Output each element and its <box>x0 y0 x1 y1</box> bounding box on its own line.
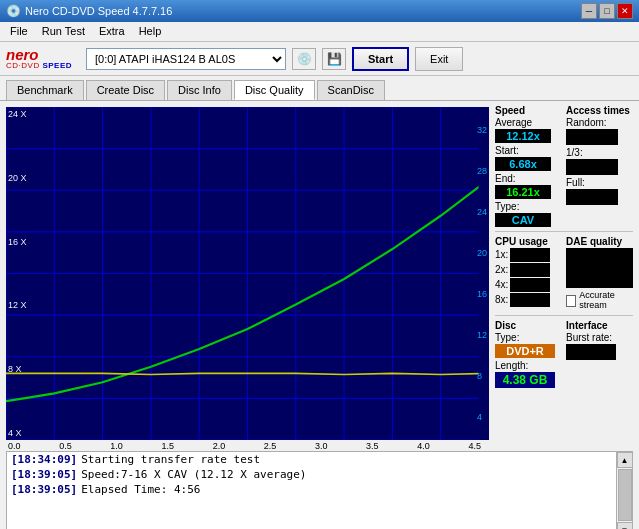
third-value <box>566 159 618 175</box>
scroll-up[interactable]: ▲ <box>617 452 633 468</box>
cpu-1x-label: 1x: <box>495 249 508 260</box>
x-35: 3.5 <box>366 441 379 451</box>
dae-title: DAE quality <box>566 236 633 247</box>
tab-benchmark[interactable]: Benchmark <box>6 80 84 100</box>
close-button[interactable]: ✕ <box>617 3 633 19</box>
cpu-col: CPU usage 1x: 2x: 4x: 8x: <box>495 236 562 311</box>
third-label: 1/3: <box>566 147 633 158</box>
disc-type-value: DVD+R <box>495 344 555 358</box>
disc-col: Disc Type: DVD+R Length: 4.38 GB <box>495 320 562 388</box>
content-area: 24 X 20 X 16 X 12 X 8 X 24 X 20 X 16 X 1… <box>0 101 639 440</box>
log-area: [18:34:09] Starting transfer rate test [… <box>6 451 633 529</box>
disc-title: Disc <box>495 320 562 331</box>
x-45: 4.5 <box>468 441 481 451</box>
minimize-button[interactable]: ─ <box>581 3 597 19</box>
log-content[interactable]: [18:34:09] Starting transfer rate test [… <box>7 452 616 529</box>
app-icon: 💿 <box>6 4 21 18</box>
disc-length-label: Length: <box>495 360 562 371</box>
random-label: Random: <box>566 117 633 128</box>
toolbar: nero CD·DVD SPEED [0:0] ATAPI iHAS124 B … <box>0 42 639 76</box>
log-line-0: [18:34:09] Starting transfer rate test <box>7 452 616 467</box>
menu-bar: File Run Test Extra Help <box>0 22 639 42</box>
divider-2 <box>495 315 633 316</box>
divider-1 <box>495 231 633 232</box>
disc-interface-row: Disc Type: DVD+R Length: 4.38 GB Interfa… <box>495 320 633 388</box>
title-bar: 💿 Nero CD-DVD Speed 4.7.7.16 ─ □ ✕ <box>0 0 639 22</box>
menu-run-test[interactable]: Run Test <box>36 24 91 39</box>
disc-length-value: 4.38 GB <box>495 372 555 388</box>
log-text-1: Speed:7-16 X CAV (12.12 X average) <box>81 468 306 481</box>
tab-create-disc[interactable]: Create Disc <box>86 80 165 100</box>
speed-title: Speed <box>495 105 562 116</box>
interface-title: Interface <box>566 320 633 331</box>
log-time-2: [18:39:05] <box>11 483 77 496</box>
x-2: 2.0 <box>213 441 226 451</box>
x-axis-strip: 0.0 0.5 1.0 1.5 2.0 2.5 3.0 3.5 4.0 4.5 <box>0 440 639 451</box>
log-text-2: Elapsed Time: 4:56 <box>81 483 200 496</box>
type-label: Type: <box>495 201 562 212</box>
x-1: 1.0 <box>110 441 123 451</box>
accurate-stream-checkbox[interactable] <box>566 295 576 307</box>
window-title: Nero CD-DVD Speed 4.7.7.16 <box>25 5 172 17</box>
chart-svg: 24 X 20 X 16 X 12 X 8 X <box>6 107 489 440</box>
exit-button[interactable]: Exit <box>415 47 463 71</box>
title-bar-controls[interactable]: ─ □ ✕ <box>581 3 633 19</box>
dae-col: DAE quality Accurate stream <box>566 236 633 311</box>
maximize-button[interactable]: □ <box>599 3 615 19</box>
log-line-1: [18:39:05] Speed:7-16 X CAV (12.12 X ave… <box>7 467 616 482</box>
cdvd-text: CD·DVD SPEED <box>6 62 72 70</box>
toolbar-icon-save[interactable]: 💾 <box>322 48 346 70</box>
cpu-title: CPU usage <box>495 236 562 247</box>
x-4: 4.0 <box>417 441 430 451</box>
toolbar-icon-cd[interactable]: 💿 <box>292 48 316 70</box>
tabs-bar: Benchmark Create Disc Disc Info Disc Qua… <box>0 76 639 101</box>
access-title: Access times <box>566 105 633 116</box>
x-0: 0.0 <box>8 441 21 451</box>
speed-col: Speed Average 12.12x Start: 6.68x End: 1… <box>495 105 562 227</box>
start-label: Start: <box>495 145 562 156</box>
tab-scan-disc[interactable]: ScanDisc <box>317 80 385 100</box>
x-3: 3.0 <box>315 441 328 451</box>
accurate-stream-label: Accurate stream <box>579 290 633 310</box>
accurate-stream-row: Accurate stream <box>566 290 633 311</box>
title-bar-left: 💿 Nero CD-DVD Speed 4.7.7.16 <box>6 4 172 18</box>
menu-extra[interactable]: Extra <box>93 24 131 39</box>
start-value: 6.68x <box>495 157 551 171</box>
tab-disc-quality[interactable]: Disc Quality <box>234 80 315 100</box>
drive-select[interactable]: [0:0] ATAPI iHAS124 B AL0S <box>86 48 286 70</box>
x-15: 1.5 <box>161 441 174 451</box>
type-value: CAV <box>495 213 551 227</box>
cpu-4x-label: 4x: <box>495 279 508 290</box>
menu-help[interactable]: Help <box>133 24 168 39</box>
scroll-thumb[interactable] <box>618 469 632 521</box>
chart-area: 24 X 20 X 16 X 12 X 8 X 24 X 20 X 16 X 1… <box>6 107 489 440</box>
cpu-8x-label: 8x: <box>495 294 508 305</box>
scroll-down[interactable]: ▼ <box>617 522 633 529</box>
speed-access-row: Speed Average 12.12x Start: 6.68x End: 1… <box>495 105 633 227</box>
disc-type-label: Type: <box>495 332 562 343</box>
cpu-dae-row: CPU usage 1x: 2x: 4x: 8x: <box>495 236 633 311</box>
end-value: 16.21x <box>495 185 551 199</box>
x-25: 2.5 <box>264 441 277 451</box>
interface-col: Interface Burst rate: <box>566 320 633 388</box>
tab-disc-info[interactable]: Disc Info <box>167 80 232 100</box>
average-label: Average <box>495 117 562 128</box>
right-panel: Speed Average 12.12x Start: 6.68x End: 1… <box>489 101 639 440</box>
start-button[interactable]: Start <box>352 47 409 71</box>
log-line-2: [18:39:05] Elapsed Time: 4:56 <box>7 482 616 497</box>
access-col: Access times Random: 1/3: Full: <box>566 105 633 227</box>
x-05: 0.5 <box>59 441 72 451</box>
log-text-0: Starting transfer rate test <box>81 453 260 466</box>
end-label: End: <box>495 173 562 184</box>
random-value <box>566 129 618 145</box>
menu-file[interactable]: File <box>4 24 34 39</box>
log-time-0: [18:34:09] <box>11 453 77 466</box>
log-time-1: [18:39:05] <box>11 468 77 481</box>
burst-label: Burst rate: <box>566 332 633 343</box>
log-scrollbar[interactable]: ▲ ▼ <box>616 452 632 529</box>
nero-logo: nero CD·DVD SPEED <box>6 47 72 70</box>
nero-text: nero <box>6 47 72 62</box>
cpu-2x-label: 2x: <box>495 264 508 275</box>
average-value: 12.12x <box>495 129 551 143</box>
full-value <box>566 189 618 205</box>
